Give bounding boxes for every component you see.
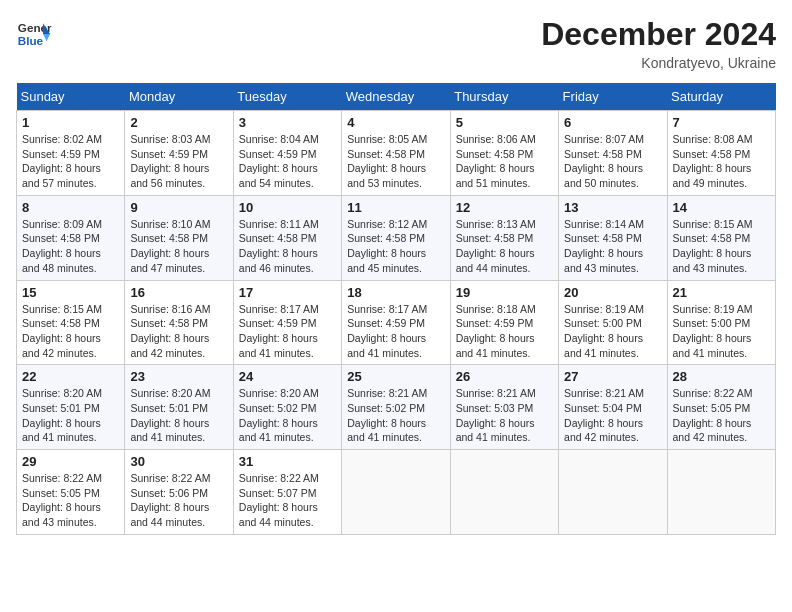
calendar-week-4: 22 Sunrise: 8:20 AMSunset: 5:01 PMDaylig…: [17, 365, 776, 450]
svg-marker-3: [43, 34, 50, 41]
title-block: December 2024 Kondratyevo, Ukraine: [541, 16, 776, 71]
cell-content: Sunrise: 8:03 AMSunset: 4:59 PMDaylight:…: [130, 133, 210, 189]
calendar-week-1: 1 Sunrise: 8:02 AMSunset: 4:59 PMDayligh…: [17, 111, 776, 196]
cell-content: Sunrise: 8:20 AMSunset: 5:02 PMDaylight:…: [239, 387, 319, 443]
day-number: 25: [347, 369, 444, 384]
cell-content: Sunrise: 8:09 AMSunset: 4:58 PMDaylight:…: [22, 218, 102, 274]
day-number: 8: [22, 200, 119, 215]
day-number: 15: [22, 285, 119, 300]
cell-content: Sunrise: 8:19 AMSunset: 5:00 PMDaylight:…: [673, 303, 753, 359]
day-number: 21: [673, 285, 770, 300]
empty-cell: [559, 450, 667, 535]
cell-content: Sunrise: 8:22 AMSunset: 5:05 PMDaylight:…: [22, 472, 102, 528]
weekday-header-wednesday: Wednesday: [342, 83, 450, 111]
calendar-cell-day-4: 4 Sunrise: 8:05 AMSunset: 4:58 PMDayligh…: [342, 111, 450, 196]
cell-content: Sunrise: 8:17 AMSunset: 4:59 PMDaylight:…: [347, 303, 427, 359]
cell-content: Sunrise: 8:06 AMSunset: 4:58 PMDaylight:…: [456, 133, 536, 189]
cell-content: Sunrise: 8:17 AMSunset: 4:59 PMDaylight:…: [239, 303, 319, 359]
day-number: 28: [673, 369, 770, 384]
cell-content: Sunrise: 8:15 AMSunset: 4:58 PMDaylight:…: [673, 218, 753, 274]
calendar-week-2: 8 Sunrise: 8:09 AMSunset: 4:58 PMDayligh…: [17, 195, 776, 280]
day-number: 27: [564, 369, 661, 384]
cell-content: Sunrise: 8:07 AMSunset: 4:58 PMDaylight:…: [564, 133, 644, 189]
cell-content: Sunrise: 8:22 AMSunset: 5:07 PMDaylight:…: [239, 472, 319, 528]
day-number: 4: [347, 115, 444, 130]
cell-content: Sunrise: 8:11 AMSunset: 4:58 PMDaylight:…: [239, 218, 319, 274]
weekday-header-thursday: Thursday: [450, 83, 558, 111]
day-number: 29: [22, 454, 119, 469]
cell-content: Sunrise: 8:12 AMSunset: 4:58 PMDaylight:…: [347, 218, 427, 274]
day-number: 30: [130, 454, 227, 469]
calendar-cell-day-16: 16 Sunrise: 8:16 AMSunset: 4:58 PMDaylig…: [125, 280, 233, 365]
calendar-cell-day-31: 31 Sunrise: 8:22 AMSunset: 5:07 PMDaylig…: [233, 450, 341, 535]
cell-content: Sunrise: 8:20 AMSunset: 5:01 PMDaylight:…: [22, 387, 102, 443]
cell-content: Sunrise: 8:08 AMSunset: 4:58 PMDaylight:…: [673, 133, 753, 189]
calendar-cell-day-24: 24 Sunrise: 8:20 AMSunset: 5:02 PMDaylig…: [233, 365, 341, 450]
weekday-header-saturday: Saturday: [667, 83, 775, 111]
logo-icon: General Blue: [16, 16, 52, 52]
weekday-header-tuesday: Tuesday: [233, 83, 341, 111]
calendar-cell-day-22: 22 Sunrise: 8:20 AMSunset: 5:01 PMDaylig…: [17, 365, 125, 450]
day-number: 5: [456, 115, 553, 130]
calendar-cell-day-30: 30 Sunrise: 8:22 AMSunset: 5:06 PMDaylig…: [125, 450, 233, 535]
cell-content: Sunrise: 8:21 AMSunset: 5:02 PMDaylight:…: [347, 387, 427, 443]
day-number: 11: [347, 200, 444, 215]
day-number: 10: [239, 200, 336, 215]
weekday-header-friday: Friday: [559, 83, 667, 111]
cell-content: Sunrise: 8:02 AMSunset: 4:59 PMDaylight:…: [22, 133, 102, 189]
calendar-cell-day-25: 25 Sunrise: 8:21 AMSunset: 5:02 PMDaylig…: [342, 365, 450, 450]
calendar-cell-day-26: 26 Sunrise: 8:21 AMSunset: 5:03 PMDaylig…: [450, 365, 558, 450]
cell-content: Sunrise: 8:04 AMSunset: 4:59 PMDaylight:…: [239, 133, 319, 189]
day-number: 1: [22, 115, 119, 130]
day-number: 6: [564, 115, 661, 130]
calendar-cell-day-12: 12 Sunrise: 8:13 AMSunset: 4:58 PMDaylig…: [450, 195, 558, 280]
calendar-cell-day-1: 1 Sunrise: 8:02 AMSunset: 4:59 PMDayligh…: [17, 111, 125, 196]
logo: General Blue: [16, 16, 52, 52]
cell-content: Sunrise: 8:18 AMSunset: 4:59 PMDaylight:…: [456, 303, 536, 359]
calendar-table: SundayMondayTuesdayWednesdayThursdayFrid…: [16, 83, 776, 535]
calendar-cell-day-8: 8 Sunrise: 8:09 AMSunset: 4:58 PMDayligh…: [17, 195, 125, 280]
calendar-cell-day-5: 5 Sunrise: 8:06 AMSunset: 4:58 PMDayligh…: [450, 111, 558, 196]
cell-content: Sunrise: 8:20 AMSunset: 5:01 PMDaylight:…: [130, 387, 210, 443]
cell-content: Sunrise: 8:15 AMSunset: 4:58 PMDaylight:…: [22, 303, 102, 359]
day-number: 19: [456, 285, 553, 300]
day-number: 17: [239, 285, 336, 300]
month-title: December 2024: [541, 16, 776, 53]
calendar-cell-day-3: 3 Sunrise: 8:04 AMSunset: 4:59 PMDayligh…: [233, 111, 341, 196]
svg-text:Blue: Blue: [18, 34, 44, 47]
weekday-header-monday: Monday: [125, 83, 233, 111]
calendar-cell-day-18: 18 Sunrise: 8:17 AMSunset: 4:59 PMDaylig…: [342, 280, 450, 365]
cell-content: Sunrise: 8:21 AMSunset: 5:03 PMDaylight:…: [456, 387, 536, 443]
calendar-cell-day-11: 11 Sunrise: 8:12 AMSunset: 4:58 PMDaylig…: [342, 195, 450, 280]
cell-content: Sunrise: 8:05 AMSunset: 4:58 PMDaylight:…: [347, 133, 427, 189]
day-number: 13: [564, 200, 661, 215]
day-number: 24: [239, 369, 336, 384]
cell-content: Sunrise: 8:16 AMSunset: 4:58 PMDaylight:…: [130, 303, 210, 359]
calendar-cell-day-13: 13 Sunrise: 8:14 AMSunset: 4:58 PMDaylig…: [559, 195, 667, 280]
cell-content: Sunrise: 8:22 AMSunset: 5:06 PMDaylight:…: [130, 472, 210, 528]
page-header: General Blue December 2024 Kondratyevo, …: [16, 16, 776, 71]
calendar-cell-day-6: 6 Sunrise: 8:07 AMSunset: 4:58 PMDayligh…: [559, 111, 667, 196]
calendar-cell-day-27: 27 Sunrise: 8:21 AMSunset: 5:04 PMDaylig…: [559, 365, 667, 450]
calendar-week-3: 15 Sunrise: 8:15 AMSunset: 4:58 PMDaylig…: [17, 280, 776, 365]
day-number: 9: [130, 200, 227, 215]
day-number: 31: [239, 454, 336, 469]
calendar-cell-day-28: 28 Sunrise: 8:22 AMSunset: 5:05 PMDaylig…: [667, 365, 775, 450]
calendar-cell-day-17: 17 Sunrise: 8:17 AMSunset: 4:59 PMDaylig…: [233, 280, 341, 365]
day-number: 20: [564, 285, 661, 300]
day-number: 2: [130, 115, 227, 130]
empty-cell: [450, 450, 558, 535]
empty-cell: [667, 450, 775, 535]
cell-content: Sunrise: 8:10 AMSunset: 4:58 PMDaylight:…: [130, 218, 210, 274]
calendar-cell-day-23: 23 Sunrise: 8:20 AMSunset: 5:01 PMDaylig…: [125, 365, 233, 450]
day-number: 7: [673, 115, 770, 130]
cell-content: Sunrise: 8:14 AMSunset: 4:58 PMDaylight:…: [564, 218, 644, 274]
day-number: 3: [239, 115, 336, 130]
calendar-week-5: 29 Sunrise: 8:22 AMSunset: 5:05 PMDaylig…: [17, 450, 776, 535]
day-number: 16: [130, 285, 227, 300]
calendar-cell-day-9: 9 Sunrise: 8:10 AMSunset: 4:58 PMDayligh…: [125, 195, 233, 280]
empty-cell: [342, 450, 450, 535]
day-number: 14: [673, 200, 770, 215]
weekday-header-sunday: Sunday: [17, 83, 125, 111]
day-number: 18: [347, 285, 444, 300]
